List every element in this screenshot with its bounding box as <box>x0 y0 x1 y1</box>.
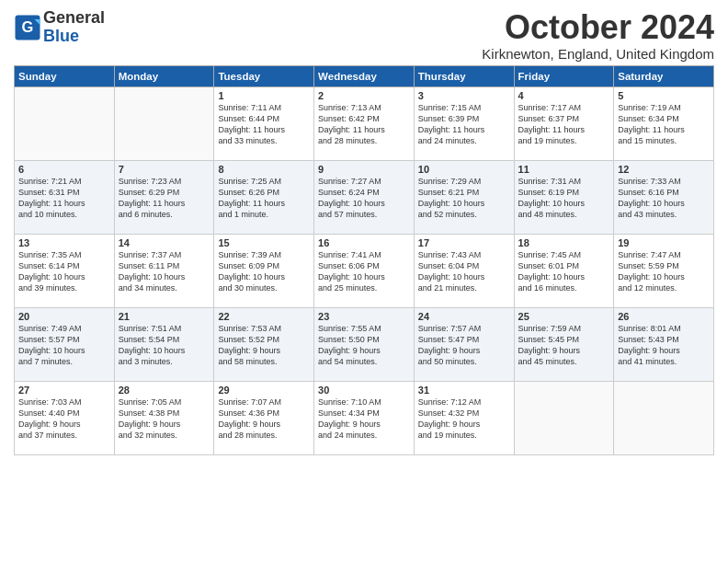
week-row-4: 20Sunrise: 7:49 AM Sunset: 5:57 PM Dayli… <box>15 307 714 381</box>
day-info: Sunrise: 7:15 AM Sunset: 6:39 PM Dayligh… <box>418 102 510 147</box>
week-row-3: 13Sunrise: 7:35 AM Sunset: 6:14 PM Dayli… <box>15 234 714 307</box>
calendar-cell: 21Sunrise: 7:51 AM Sunset: 5:54 PM Dayli… <box>114 307 214 381</box>
calendar-cell: 6Sunrise: 7:21 AM Sunset: 6:31 PM Daylig… <box>15 160 115 234</box>
calendar-cell: 28Sunrise: 7:05 AM Sunset: 4:38 PM Dayli… <box>114 381 214 454</box>
day-number: 30 <box>318 385 410 396</box>
day-info: Sunrise: 7:47 AM Sunset: 5:59 PM Dayligh… <box>618 249 710 294</box>
day-number: 17 <box>418 237 510 248</box>
month-title: October 2024 <box>482 9 714 46</box>
day-number: 27 <box>18 385 110 396</box>
day-info: Sunrise: 7:11 AM Sunset: 6:44 PM Dayligh… <box>218 102 310 147</box>
calendar-cell: 4Sunrise: 7:17 AM Sunset: 6:37 PM Daylig… <box>514 86 614 160</box>
day-number: 7 <box>119 164 210 175</box>
day-number: 24 <box>418 311 510 322</box>
day-number: 31 <box>418 385 510 396</box>
day-number: 16 <box>318 237 410 248</box>
day-number: 28 <box>119 385 210 396</box>
calendar-cell: 16Sunrise: 7:41 AM Sunset: 6:06 PM Dayli… <box>314 234 415 307</box>
day-number: 11 <box>518 164 610 175</box>
day-number: 5 <box>618 90 710 101</box>
day-number: 18 <box>518 237 610 248</box>
header-day-sunday: Sunday <box>15 65 115 86</box>
header-row: SundayMondayTuesdayWednesdayThursdayFrid… <box>15 65 714 86</box>
calendar-cell: 31Sunrise: 7:12 AM Sunset: 4:32 PM Dayli… <box>414 381 514 454</box>
calendar-cell: 1Sunrise: 7:11 AM Sunset: 6:44 PM Daylig… <box>214 86 314 160</box>
calendar-cell <box>114 86 214 160</box>
calendar-table: SundayMondayTuesdayWednesdayThursdayFrid… <box>14 65 714 455</box>
header-day-wednesday: Wednesday <box>314 65 415 86</box>
week-row-1: 1Sunrise: 7:11 AM Sunset: 6:44 PM Daylig… <box>15 86 714 160</box>
calendar-cell: 3Sunrise: 7:15 AM Sunset: 6:39 PM Daylig… <box>414 86 514 160</box>
day-info: Sunrise: 7:43 AM Sunset: 6:04 PM Dayligh… <box>418 249 510 294</box>
header-day-tuesday: Tuesday <box>214 65 314 86</box>
day-info: Sunrise: 7:57 AM Sunset: 5:47 PM Dayligh… <box>418 323 510 368</box>
day-number: 29 <box>218 385 310 396</box>
calendar-cell: 8Sunrise: 7:25 AM Sunset: 6:26 PM Daylig… <box>214 160 314 234</box>
logo-line2: Blue <box>43 27 79 45</box>
calendar-cell <box>614 381 714 454</box>
day-info: Sunrise: 7:03 AM Sunset: 4:40 PM Dayligh… <box>18 396 110 442</box>
calendar-cell: 2Sunrise: 7:13 AM Sunset: 6:42 PM Daylig… <box>314 86 415 160</box>
day-number: 3 <box>418 90 510 101</box>
logo-text: General Blue <box>43 9 105 46</box>
calendar-cell: 11Sunrise: 7:31 AM Sunset: 6:19 PM Dayli… <box>514 160 614 234</box>
calendar-cell: 25Sunrise: 7:59 AM Sunset: 5:45 PM Dayli… <box>514 307 614 381</box>
calendar-cell: 20Sunrise: 7:49 AM Sunset: 5:57 PM Dayli… <box>15 307 115 381</box>
day-info: Sunrise: 7:05 AM Sunset: 4:38 PM Dayligh… <box>119 396 210 442</box>
day-number: 12 <box>618 164 710 175</box>
day-info: Sunrise: 7:45 AM Sunset: 6:01 PM Dayligh… <box>518 249 610 294</box>
calendar-cell: 14Sunrise: 7:37 AM Sunset: 6:11 PM Dayli… <box>114 234 214 307</box>
day-number: 21 <box>119 311 210 322</box>
page-container: G General Blue October 2024 Kirknewton, … <box>0 0 728 460</box>
day-info: Sunrise: 7:53 AM Sunset: 5:52 PM Dayligh… <box>218 323 310 368</box>
logo-line1: General <box>43 9 105 28</box>
day-info: Sunrise: 7:59 AM Sunset: 5:45 PM Dayligh… <box>518 323 610 368</box>
day-info: Sunrise: 7:51 AM Sunset: 5:54 PM Dayligh… <box>119 323 210 368</box>
header-day-friday: Friday <box>514 65 614 86</box>
week-row-2: 6Sunrise: 7:21 AM Sunset: 6:31 PM Daylig… <box>15 160 714 234</box>
logo: G General Blue <box>14 9 105 46</box>
calendar-cell <box>514 381 614 454</box>
calendar-cell: 10Sunrise: 7:29 AM Sunset: 6:21 PM Dayli… <box>414 160 514 234</box>
calendar-cell: 24Sunrise: 7:57 AM Sunset: 5:47 PM Dayli… <box>414 307 514 381</box>
day-info: Sunrise: 7:29 AM Sunset: 6:21 PM Dayligh… <box>418 176 510 221</box>
calendar-cell: 23Sunrise: 7:55 AM Sunset: 5:50 PM Dayli… <box>314 307 415 381</box>
week-row-5: 27Sunrise: 7:03 AM Sunset: 4:40 PM Dayli… <box>15 381 714 454</box>
day-number: 10 <box>418 164 510 175</box>
day-info: Sunrise: 8:01 AM Sunset: 5:43 PM Dayligh… <box>618 323 710 368</box>
day-number: 26 <box>618 311 710 322</box>
day-number: 19 <box>618 237 710 248</box>
day-info: Sunrise: 7:13 AM Sunset: 6:42 PM Dayligh… <box>318 102 410 147</box>
day-info: Sunrise: 7:10 AM Sunset: 4:34 PM Dayligh… <box>318 396 410 442</box>
calendar-cell: 26Sunrise: 8:01 AM Sunset: 5:43 PM Dayli… <box>614 307 714 381</box>
calendar-cell: 15Sunrise: 7:39 AM Sunset: 6:09 PM Dayli… <box>214 234 314 307</box>
calendar-cell: 9Sunrise: 7:27 AM Sunset: 6:24 PM Daylig… <box>314 160 415 234</box>
title-block: October 2024 Kirknewton, England, United… <box>482 9 714 62</box>
day-info: Sunrise: 7:39 AM Sunset: 6:09 PM Dayligh… <box>218 249 310 294</box>
day-info: Sunrise: 7:49 AM Sunset: 5:57 PM Dayligh… <box>18 323 110 368</box>
calendar-cell: 30Sunrise: 7:10 AM Sunset: 4:34 PM Dayli… <box>314 381 415 454</box>
day-info: Sunrise: 7:35 AM Sunset: 6:14 PM Dayligh… <box>18 249 110 294</box>
day-number: 23 <box>318 311 410 322</box>
header-day-thursday: Thursday <box>414 65 514 86</box>
calendar-cell: 12Sunrise: 7:33 AM Sunset: 6:16 PM Dayli… <box>614 160 714 234</box>
header: G General Blue October 2024 Kirknewton, … <box>14 9 714 62</box>
calendar-cell: 19Sunrise: 7:47 AM Sunset: 5:59 PM Dayli… <box>614 234 714 307</box>
day-info: Sunrise: 7:12 AM Sunset: 4:32 PM Dayligh… <box>418 396 510 442</box>
calendar-cell <box>15 86 115 160</box>
day-number: 13 <box>18 237 110 248</box>
day-info: Sunrise: 7:17 AM Sunset: 6:37 PM Dayligh… <box>518 102 610 147</box>
day-number: 9 <box>318 164 410 175</box>
calendar-cell: 18Sunrise: 7:45 AM Sunset: 6:01 PM Dayli… <box>514 234 614 307</box>
day-info: Sunrise: 7:37 AM Sunset: 6:11 PM Dayligh… <box>119 249 210 294</box>
day-number: 1 <box>218 90 310 101</box>
day-number: 15 <box>218 237 310 248</box>
day-number: 2 <box>318 90 410 101</box>
calendar-cell: 13Sunrise: 7:35 AM Sunset: 6:14 PM Dayli… <box>15 234 115 307</box>
day-number: 6 <box>18 164 110 175</box>
day-info: Sunrise: 7:25 AM Sunset: 6:26 PM Dayligh… <box>218 176 310 221</box>
calendar-cell: 27Sunrise: 7:03 AM Sunset: 4:40 PM Dayli… <box>15 381 115 454</box>
day-number: 20 <box>18 311 110 322</box>
day-number: 14 <box>119 237 210 248</box>
day-info: Sunrise: 7:41 AM Sunset: 6:06 PM Dayligh… <box>318 249 410 294</box>
